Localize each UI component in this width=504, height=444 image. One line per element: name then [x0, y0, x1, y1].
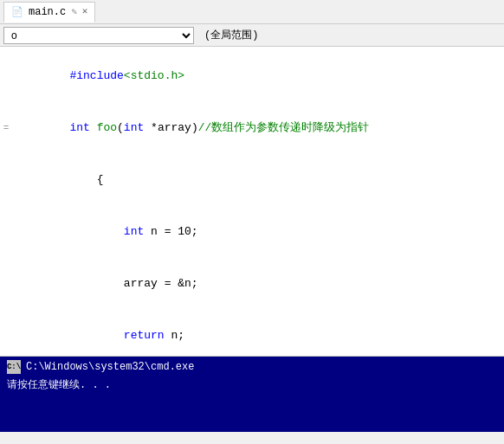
keyword: int [124, 121, 151, 134]
scope-label: (全局范围) [197, 28, 265, 42]
brace: { [69, 173, 103, 186]
line-text: int foo(int *array)//数组作为参数传递时降级为指针 [12, 102, 504, 154]
terminal-title-bar: C:\ C:\Windows\system32\cmd.exe [7, 360, 497, 374]
terminal-panel: C:\ C:\Windows\system32\cmd.exe 请按任意键继续.… [0, 357, 504, 432]
plain-text: *array) [151, 121, 198, 134]
line-text: #include<stdio.h> [12, 50, 504, 102]
indent [69, 329, 123, 342]
code-line-5: array = &n; [0, 258, 504, 310]
code-line-2: = int foo(int *array)//数组作为参数传递时降级为指针 [0, 102, 504, 154]
line-gutter [0, 206, 12, 258]
plain-text: n; [165, 329, 184, 342]
terminal-output-text: 请按任意键继续. . . [7, 379, 111, 391]
tab-modified-icon: ✎ [71, 6, 77, 17]
code-line-3: { [0, 154, 504, 206]
code-line-4: int n = 10; [0, 206, 504, 258]
line-gutter [0, 154, 12, 206]
code-editor[interactable]: #include<stdio.h> = int foo(int *array)/… [0, 47, 504, 357]
line-text: { [12, 154, 504, 206]
line-text: int n = 10; [12, 206, 504, 258]
line-text: return n; [12, 310, 504, 357]
tab-icon: 📄 [11, 6, 23, 17]
cmd-icon: C:\ [7, 360, 21, 374]
plain-text: array = &n; [69, 277, 197, 290]
plain-text: n = 10; [144, 225, 197, 238]
plain-text: ( [117, 121, 124, 134]
line-text: array = &n; [12, 258, 504, 310]
terminal-title-text: C:\Windows\system32\cmd.exe [26, 361, 194, 373]
terminal-output: 请按任意键继续. . . [7, 377, 497, 393]
code-line-1: #include<stdio.h> [0, 50, 504, 102]
code-line-6: return n; [0, 310, 504, 357]
func-name: foo [97, 121, 117, 134]
nav-bar: o (全局范围) [0, 24, 504, 47]
comment: //数组作为参数传递时降级为指针 [198, 121, 370, 134]
include-path: <stdio.h> [124, 69, 184, 82]
keyword: int [69, 121, 96, 134]
tab-label: main.c [29, 6, 66, 18]
code-content: #include<stdio.h> = int foo(int *array)/… [0, 47, 504, 357]
tab-close-button[interactable]: ✕ [82, 7, 88, 16]
keyword: return [124, 329, 165, 342]
title-bar: 📄 main.c ✎ ✕ [0, 0, 504, 24]
keyword: int [124, 225, 144, 238]
line-gutter [0, 310, 12, 357]
line-gutter [0, 258, 12, 310]
indent [69, 225, 123, 238]
line-gutter: = [0, 102, 12, 154]
symbol-dropdown[interactable]: o [3, 27, 194, 44]
keyword: #include [69, 69, 123, 82]
line-gutter [0, 50, 12, 102]
file-tab[interactable]: 📄 main.c ✎ ✕ [3, 2, 95, 23]
